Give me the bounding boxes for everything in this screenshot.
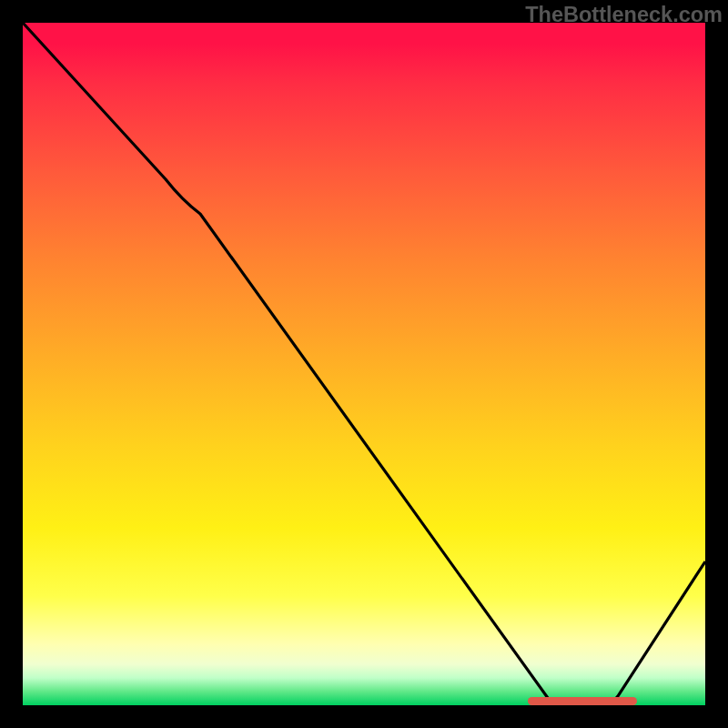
optimal-range-marker [528, 697, 637, 705]
curve-layer [23, 23, 705, 705]
bottleneck-curve [23, 23, 705, 705]
bottleneck-chart [23, 23, 705, 705]
watermark-text: TheBottleneck.com [525, 3, 723, 27]
